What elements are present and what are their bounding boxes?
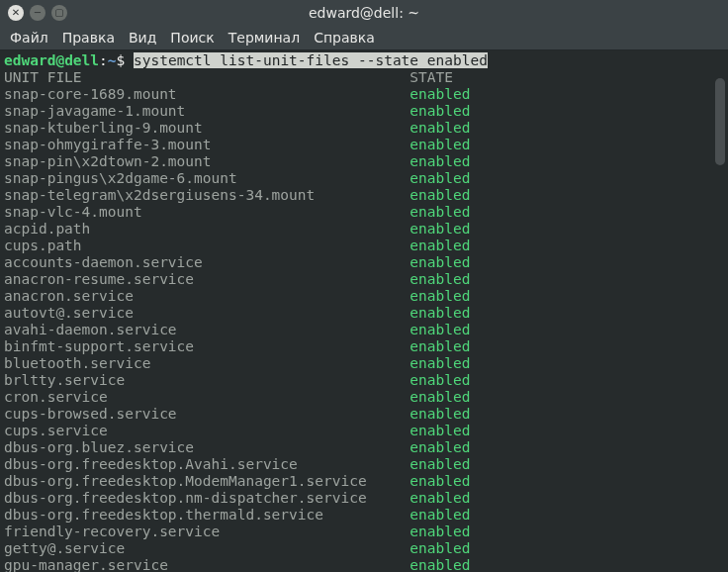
unit-file: dbus-org.freedesktop.thermald.service <box>4 507 410 523</box>
unit-file: getty@.service <box>4 540 410 556</box>
unit-file: cups.path <box>4 238 410 253</box>
unit-file: cups-browsed.service <box>4 406 410 422</box>
menu-view[interactable]: Вид <box>129 30 156 46</box>
prompt-colon: : <box>99 52 108 68</box>
unit-state: enabled <box>410 406 470 422</box>
unit-state: enabled <box>410 423 470 438</box>
close-icon[interactable]: ✕ <box>8 5 24 21</box>
unit-file: snap-pin\x2dtown-2.mount <box>4 153 410 169</box>
unit-file: dbus-org.freedesktop.Avahi.service <box>4 456 410 472</box>
unit-file: friendly-recovery.service <box>4 524 410 539</box>
unit-state: enabled <box>410 187 470 203</box>
command-input[interactable]: systemctl list-unit-files --state enable… <box>134 52 488 68</box>
scrollbar[interactable] <box>714 50 726 572</box>
unit-state: enabled <box>410 103 470 119</box>
unit-state: enabled <box>410 338 470 354</box>
unit-state: enabled <box>410 372 470 388</box>
unit-state: enabled <box>410 153 470 169</box>
unit-file: dbus-org.freedesktop.ModemManager1.servi… <box>4 473 410 489</box>
unit-state: enabled <box>410 170 470 186</box>
maximize-icon[interactable]: ▢ <box>51 5 67 21</box>
unit-file: brltty.service <box>4 372 410 388</box>
unit-file: cups.service <box>4 423 410 438</box>
unit-file: anacron.service <box>4 288 410 304</box>
terminal-viewport[interactable]: edward@dell:~$ systemctl list-unit-files… <box>0 50 728 572</box>
unit-state: enabled <box>410 524 470 539</box>
titlebar: ✕ − ▢ edward@dell: ~ <box>0 0 728 26</box>
unit-state: enabled <box>410 305 470 321</box>
unit-file: snap-pingus\x2dgame-6.mount <box>4 170 410 186</box>
unit-state: enabled <box>410 254 470 270</box>
unit-file: dbus-org.bluez.service <box>4 439 410 455</box>
unit-state: enabled <box>410 204 470 220</box>
terminal-window: ✕ − ▢ edward@dell: ~ Файл Правка Вид Пои… <box>0 0 728 572</box>
unit-file: snap-ohmygiraffe-3.mount <box>4 137 410 152</box>
menu-search[interactable]: Поиск <box>170 30 214 46</box>
unit-state: enabled <box>410 490 470 506</box>
unit-file: dbus-org.freedesktop.nm-dispatcher.servi… <box>4 490 410 506</box>
menu-help[interactable]: Справка <box>314 30 375 46</box>
unit-file: anacron-resume.service <box>4 271 410 287</box>
window-buttons: ✕ − ▢ <box>8 5 67 21</box>
unit-file: cron.service <box>4 389 410 405</box>
unit-state: enabled <box>410 288 470 304</box>
unit-file: gpu-manager.service <box>4 557 410 572</box>
unit-state: enabled <box>410 540 470 556</box>
unit-state: enabled <box>410 355 470 371</box>
menu-terminal[interactable]: Терминал <box>228 30 300 46</box>
unit-file: binfmt-support.service <box>4 338 410 354</box>
window-title: edward@dell: ~ <box>0 5 728 21</box>
unit-file: bluetooth.service <box>4 355 410 371</box>
unit-file: acpid.path <box>4 221 410 237</box>
unit-state: enabled <box>410 238 470 253</box>
prompt-host: dell <box>64 52 99 68</box>
prompt-at: @ <box>55 52 64 68</box>
terminal-content: edward@dell:~$ systemctl list-unit-files… <box>0 50 728 572</box>
unit-file: snap-javagame-1.mount <box>4 103 410 119</box>
unit-state: enabled <box>410 137 470 152</box>
scrollbar-thumb[interactable] <box>715 78 725 165</box>
unit-state: enabled <box>410 439 470 455</box>
col-header-state: STATE <box>410 69 453 85</box>
menu-edit[interactable]: Правка <box>62 30 115 46</box>
unit-state: enabled <box>410 557 470 572</box>
unit-file: avahi-daemon.service <box>4 322 410 337</box>
unit-state: enabled <box>410 322 470 337</box>
unit-state: enabled <box>410 86 470 102</box>
unit-state: enabled <box>410 473 470 489</box>
col-header-unit: UNIT FILE <box>4 69 410 85</box>
unit-file: snap-core-1689.mount <box>4 86 410 102</box>
unit-file: accounts-daemon.service <box>4 254 410 270</box>
menu-file[interactable]: Файл <box>10 30 48 46</box>
unit-state: enabled <box>410 507 470 523</box>
unit-file: snap-vlc-4.mount <box>4 204 410 220</box>
unit-file: snap-ktuberling-9.mount <box>4 120 410 136</box>
menubar: Файл Правка Вид Поиск Терминал Справка <box>0 26 728 50</box>
prompt-dollar: $ <box>117 52 134 68</box>
unit-file: snap-telegram\x2dsergiusens-34.mount <box>4 187 410 203</box>
unit-state: enabled <box>410 221 470 237</box>
unit-state: enabled <box>410 389 470 405</box>
unit-state: enabled <box>410 456 470 472</box>
unit-state: enabled <box>410 120 470 136</box>
prompt-path: ~ <box>108 52 117 68</box>
unit-file: autovt@.service <box>4 305 410 321</box>
prompt-user: edward <box>4 52 55 68</box>
minimize-icon[interactable]: − <box>30 5 46 21</box>
unit-state: enabled <box>410 271 470 287</box>
